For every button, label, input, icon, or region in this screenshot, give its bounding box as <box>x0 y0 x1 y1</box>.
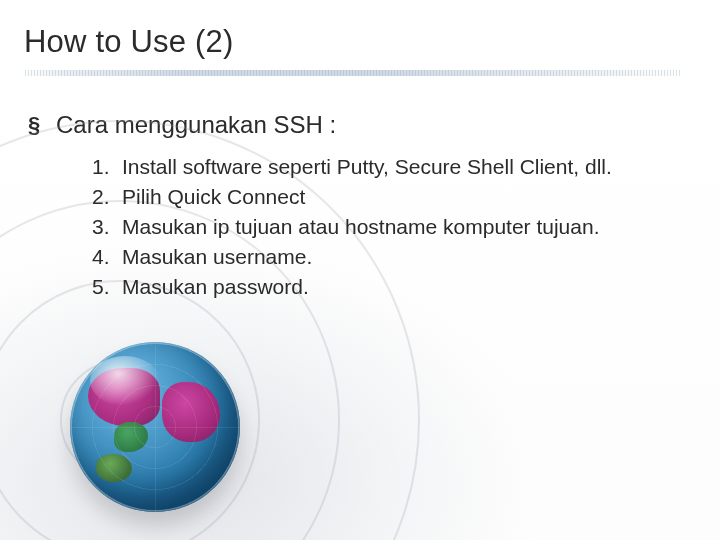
steps-list: Install software seperti Putty, Secure S… <box>28 152 680 302</box>
list-item: Pilih Quick Connect <box>92 182 680 212</box>
bullet-mark-icon: § <box>28 110 56 140</box>
globe-icon <box>70 342 240 512</box>
slide-body: § Cara menggunakan SSH : Install softwar… <box>24 110 680 302</box>
list-item: Install software seperti Putty, Secure S… <box>92 152 680 182</box>
bullet-item: § Cara menggunakan SSH : <box>28 110 680 140</box>
slide: How to Use (2) § Cara menggunakan SSH : … <box>0 0 720 540</box>
slide-title: How to Use (2) <box>24 24 680 60</box>
divider-line <box>24 70 680 76</box>
list-item: Masukan ip tujuan atau hostname komputer… <box>92 212 680 242</box>
bullet-text: Cara menggunakan SSH : <box>56 110 336 140</box>
list-item: Masukan password. <box>92 272 680 302</box>
list-item: Masukan username. <box>92 242 680 272</box>
